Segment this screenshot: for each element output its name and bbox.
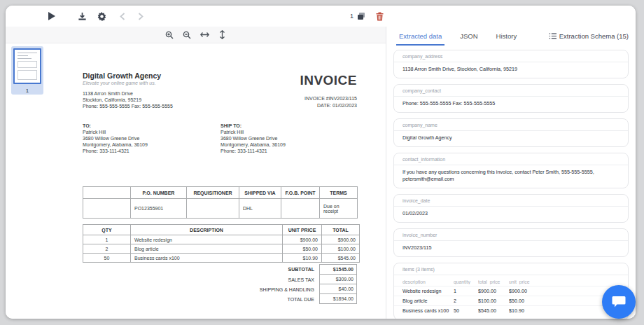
doc-totals: SUBTOTAL$1545.00SALES TAX$309.00SHIPPING… xyxy=(83,264,357,304)
doc-items-data-row: 2Blog article$50.00$100.00 xyxy=(83,244,360,254)
field-label: company_name xyxy=(394,119,628,131)
top-toolbar: 1 xyxy=(6,6,636,27)
items-mini-data-cell: $10.90 xyxy=(509,307,540,314)
viewer-zoom-toolbar xyxy=(6,27,386,43)
extracted-field-card: invoice_numberINV2023/115 xyxy=(393,228,629,257)
field-label: invoice_date xyxy=(394,195,628,207)
extraction-schema-button[interactable]: Extraction Schema (15) xyxy=(549,27,629,46)
extracted-items-card: items (3 items)descriptionquantitytotal_… xyxy=(393,263,629,319)
doc-items-data-cell: 50 xyxy=(83,254,131,263)
doc-items-table: QTYDESCRIPTIONUNIT PRICETOTAL1Website re… xyxy=(83,224,360,263)
items-mini-table: descriptionquantitytotal_priceunit_price… xyxy=(394,275,628,319)
page-count-value: 1 xyxy=(350,13,354,20)
doc-items-data-cell: $545.00 xyxy=(322,254,360,263)
extracted-field-card: company_nameDigital Growth Agency xyxy=(393,118,629,147)
doc-po-header-cell: F.O.B. POINT xyxy=(281,187,320,199)
items-mini-data-cell: Blog article xyxy=(394,298,454,304)
doc-po-data-row: PO12355901DHLDue on receipt xyxy=(83,199,358,219)
prev-doc-button[interactable] xyxy=(116,10,129,22)
extracted-fields-list: company_address1138 Arron Smith Drive, S… xyxy=(386,46,636,319)
items-mini-data-cell: Website redesign xyxy=(394,288,454,294)
doc-footnote: Make all checks payable to Digital Growt… xyxy=(83,318,191,319)
list-icon xyxy=(549,33,556,39)
doc-total-value: $1545.00 xyxy=(319,264,357,275)
doc-items-data-cell: $10.90 xyxy=(283,254,322,263)
extraction-schema-label: Extraction Schema (15) xyxy=(559,32,629,40)
doc-total-label: SUBTOTAL xyxy=(288,264,319,275)
extracted-field-card: contact_informationIf you have any quest… xyxy=(393,153,629,188)
doc-items-data-row: 1Website redesign$900.00$900.00 xyxy=(83,235,360,244)
doc-po-header-row: P.O. NUMBERREQUISITIONERSHIPPED VIAF.O.B… xyxy=(83,187,358,199)
doc-items-header-cell: TOTAL xyxy=(322,225,360,235)
chat-bubble-icon xyxy=(610,293,627,310)
doc-total-row: TOTAL DUE$1894.00 xyxy=(83,294,357,304)
doc-items-data-cell: Website redesign xyxy=(131,235,283,244)
field-value: Phone: 555-555-5555 Fax: 555-555-5555 xyxy=(394,97,628,112)
doc-invoice-title: INVOICE xyxy=(300,73,357,88)
items-mini-data-cell: $50.00 xyxy=(509,298,540,304)
chevron-left-icon xyxy=(120,13,125,20)
extraction-panel: Extracted data JSON History Extraction S… xyxy=(386,27,636,319)
items-mini-data-cell: $545.00 xyxy=(478,307,509,314)
download-button[interactable] xyxy=(76,10,88,22)
items-mini-data-cell: Business cards x100 xyxy=(394,307,454,314)
field-value: INV2023/115 xyxy=(394,241,628,256)
doc-items-header-row: QTYDESCRIPTIONUNIT PRICETOTAL xyxy=(83,225,360,235)
doc-total-value: $40.00 xyxy=(319,284,357,294)
field-value: Digital Growth Agency xyxy=(394,131,628,146)
pages-icon xyxy=(357,12,365,20)
doc-po-header-cell: REQUISITIONER xyxy=(187,187,239,199)
doc-invoice-meta: INVOICE #INV2023/115 DATE: 01/02/2023 xyxy=(304,95,357,109)
doc-total-row: SHIPPING & HANDLING$40.00 xyxy=(83,284,357,294)
doc-items-data-cell: $900.00 xyxy=(283,235,322,244)
doc-po-table: P.O. NUMBERREQUISITIONERSHIPPED VIAF.O.B… xyxy=(83,186,358,219)
zoom-in-icon xyxy=(165,31,174,39)
app-window: 1 xyxy=(6,6,636,319)
doc-total-value: $1894.00 xyxy=(319,293,357,304)
doc-items-data-cell: 1 xyxy=(83,235,131,244)
doc-items-data-row: 50Business cards x100$10.90$545.00 xyxy=(83,254,360,263)
settings-button[interactable] xyxy=(95,10,108,22)
toolbar-right-group: 1 xyxy=(350,6,386,27)
items-mini-data-cell: $900.00 xyxy=(509,288,540,294)
fit-height-button[interactable] xyxy=(217,30,227,40)
items-mini-data-cell: 1 xyxy=(454,288,478,294)
doc-items-data-cell: $900.00 xyxy=(322,235,360,244)
pages-button[interactable] xyxy=(356,11,366,21)
items-mini-data-cell: 50 xyxy=(454,307,478,314)
zoom-out-button[interactable] xyxy=(182,30,192,40)
chat-widget-button[interactable] xyxy=(602,285,636,319)
chevron-right-icon xyxy=(138,13,144,20)
items-mini-header-cell: unit_price xyxy=(509,279,540,284)
doc-po-header-cell: TERMS xyxy=(320,187,358,199)
items-mini-data-cell: $100.00 xyxy=(478,298,509,304)
items-mini-data-row: Blog article2$100.00$50.00 xyxy=(394,296,628,306)
fit-width-button[interactable] xyxy=(200,30,209,40)
tab-json[interactable]: JSON xyxy=(460,27,477,46)
doc-po-data-cell xyxy=(83,199,131,219)
page-thumbnail[interactable]: 1 xyxy=(11,46,43,95)
document-viewer: 1 Digital Growth Agency Elevate your onl… xyxy=(6,27,386,319)
page-thumbnail-number: 1 xyxy=(11,88,43,94)
doc-total-label: SHIPPING & HANDLING xyxy=(260,284,319,294)
next-doc-button[interactable] xyxy=(134,10,147,22)
field-label: contact_information xyxy=(394,153,628,165)
items-mini-header-cell: quantity xyxy=(454,279,478,284)
doc-total-row: SALES TAX$309.00 xyxy=(83,275,357,284)
doc-po-data-cell xyxy=(281,199,320,219)
zoom-in-button[interactable] xyxy=(164,30,174,40)
doc-po-header-cell: SHIPPED VIA xyxy=(239,187,281,199)
doc-items-data-cell: Business cards x100 xyxy=(131,254,283,263)
doc-items-header-cell: UNIT PRICE xyxy=(283,225,322,235)
doc-items-data-cell: $100.00 xyxy=(322,244,360,254)
doc-company-name: Digital Growth Agency xyxy=(83,71,161,80)
field-value: If you have any questions concerning thi… xyxy=(394,165,628,188)
run-extraction-button[interactable] xyxy=(45,10,57,22)
delete-document-button[interactable] xyxy=(373,10,386,22)
document-page: Digital Growth Agency Elevate your onlin… xyxy=(77,43,385,319)
tab-extracted-data[interactable]: Extracted data xyxy=(399,27,442,46)
field-label: company_address xyxy=(394,50,628,62)
page-thumbnail-preview xyxy=(13,48,41,84)
tab-history[interactable]: History xyxy=(496,27,517,46)
fit-height-icon xyxy=(219,30,225,39)
